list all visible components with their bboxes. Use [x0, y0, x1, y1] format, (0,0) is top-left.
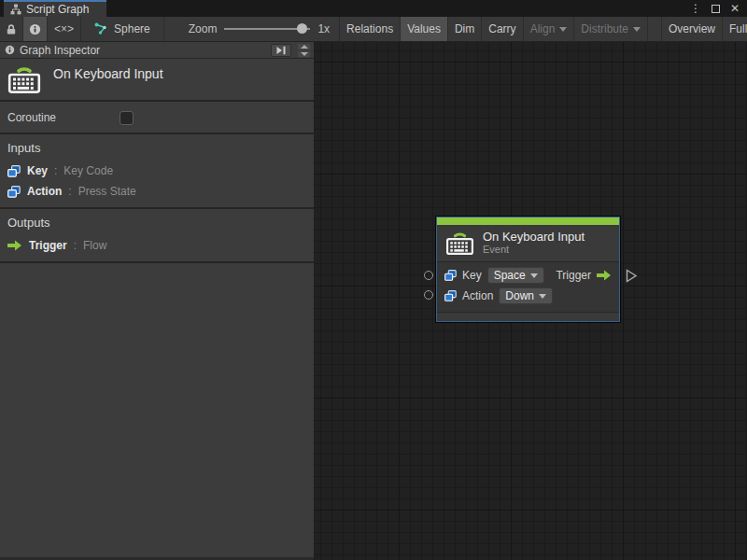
- code-icon: <×>: [54, 22, 74, 35]
- graph-toolbar: <×> Sphere Zoom 1x Relations Values D: [0, 17, 747, 42]
- main-area: Graph Inspector: [0, 42, 747, 560]
- dock-panel-button[interactable]: [271, 44, 291, 57]
- tab-script-graph[interactable]: Script Graph: [4, 0, 106, 17]
- zoom-value: 1x: [317, 22, 330, 35]
- coroutine-label: Coroutine: [7, 111, 56, 124]
- tab-label: Script Graph: [26, 3, 89, 16]
- port-type: Press State: [78, 185, 136, 198]
- value-port-icon: [444, 270, 457, 281]
- key-port-label: Key: [462, 269, 482, 282]
- fullscreen-button[interactable]: Full Screen: [723, 17, 747, 41]
- window-controls: ⋮ ✕: [690, 0, 740, 17]
- trigger-label: Trigger: [556, 269, 591, 282]
- action-port-label: Action: [462, 289, 493, 302]
- align-dropdown[interactable]: Align: [524, 17, 575, 41]
- scroll-up-button[interactable]: [298, 44, 310, 49]
- script-graph-window: Script Graph ⋮ ✕: [0, 0, 747, 560]
- input-row-action: Action : Press State: [7, 184, 306, 199]
- flow-arrow-icon: [597, 270, 612, 281]
- port-separator: :: [74, 239, 77, 252]
- inspector-header: Graph Inspector: [0, 42, 314, 59]
- inputs-section: Inputs Key : Key Code: [0, 134, 314, 209]
- close-icon[interactable]: ✕: [730, 0, 740, 17]
- flow-arrow-icon: [7, 240, 22, 251]
- zoom-slider[interactable]: [224, 23, 310, 35]
- inputs-title: Inputs: [7, 141, 306, 155]
- action-input-port[interactable]: [424, 290, 433, 300]
- values-button[interactable]: Values: [401, 17, 448, 41]
- port-name: Action: [27, 185, 62, 198]
- node-row-key: Key Space Trigger: [444, 266, 612, 285]
- node-row-action: Action Down: [444, 287, 612, 305]
- port-name: Key: [27, 164, 48, 177]
- maximize-icon[interactable]: [712, 5, 720, 13]
- graph-inspector-panel: Graph Inspector: [0, 42, 314, 560]
- outputs-title: Outputs: [7, 216, 306, 230]
- on-keyboard-input-node[interactable]: On Keyboard Input Event Key: [436, 217, 620, 322]
- key-input-port[interactable]: [424, 271, 433, 280]
- unit-title: On Keyboard Input: [53, 66, 163, 81]
- carry-button[interactable]: Carry: [482, 17, 523, 41]
- event-color-strip: [437, 217, 619, 225]
- port-separator: :: [54, 164, 57, 177]
- graph-canvas[interactable]: On Keyboard Input Event Key: [314, 42, 747, 560]
- window-menu-icon[interactable]: ⋮: [690, 0, 701, 17]
- graph-target-button[interactable]: Sphere: [81, 17, 164, 41]
- zoom-label: Zoom: [189, 22, 218, 35]
- coroutine-row: Coroutine: [0, 102, 314, 134]
- output-row-trigger: Trigger : Flow: [7, 238, 306, 253]
- chevron-up-icon: [301, 45, 308, 49]
- relations-button[interactable]: Relations: [339, 17, 401, 41]
- lock-button[interactable]: [0, 17, 23, 41]
- port-type: Flow: [83, 239, 106, 252]
- inspector-toggle-button[interactable]: [23, 17, 48, 41]
- node-body: Key Space Trigger: [437, 262, 619, 312]
- zoom-slider-handle[interactable]: [297, 23, 307, 34]
- port-name: Trigger: [29, 239, 67, 252]
- value-port-icon: [444, 290, 457, 301]
- input-row-key: Key : Key Code: [7, 163, 306, 178]
- info-icon: [5, 45, 15, 55]
- node-subtitle: Event: [483, 244, 585, 256]
- node-header: On Keyboard Input Event: [437, 225, 619, 262]
- tab-bar: Script Graph ⋮ ✕: [0, 0, 747, 17]
- dim-button[interactable]: Dim: [448, 17, 482, 41]
- graph-node-icon: [94, 22, 107, 35]
- action-value: Down: [505, 289, 534, 302]
- code-view-button[interactable]: <×>: [48, 17, 81, 41]
- trigger-output-port[interactable]: [626, 269, 638, 283]
- trigger-output: Trigger: [556, 269, 612, 282]
- graph-target-label: Sphere: [114, 22, 150, 35]
- key-value-dropdown[interactable]: Space: [487, 267, 544, 284]
- value-port-icon: [7, 186, 21, 198]
- port-separator: :: [68, 185, 71, 198]
- overview-button[interactable]: Overview: [661, 17, 723, 41]
- dock-icon: [275, 46, 287, 55]
- keyboard-event-icon: [7, 63, 41, 94]
- unit-header: On Keyboard Input: [0, 59, 314, 102]
- zoom-control: Zoom 1x: [164, 17, 339, 41]
- coroutine-checkbox[interactable]: [120, 111, 134, 125]
- action-value-dropdown[interactable]: Down: [499, 287, 553, 304]
- keyboard-event-icon: [445, 230, 474, 256]
- distribute-dropdown[interactable]: Distribute: [574, 17, 648, 41]
- inspector-title: Graph Inspector: [20, 44, 266, 57]
- chevron-down-icon: [301, 52, 308, 56]
- node-title: On Keyboard Input: [483, 230, 585, 244]
- outputs-section: Outputs Trigger : Flow: [0, 209, 314, 263]
- toolbar-gap: [648, 17, 661, 41]
- port-type: Key Code: [63, 164, 113, 177]
- value-port-icon: [7, 165, 21, 177]
- graph-hierarchy-icon: [10, 4, 21, 15]
- node-footer: [437, 312, 619, 321]
- scroll-spinners: [296, 43, 312, 58]
- scroll-down-button[interactable]: [298, 51, 310, 57]
- key-value: Space: [494, 269, 526, 282]
- info-icon: [29, 23, 41, 35]
- lock-icon: [6, 23, 17, 35]
